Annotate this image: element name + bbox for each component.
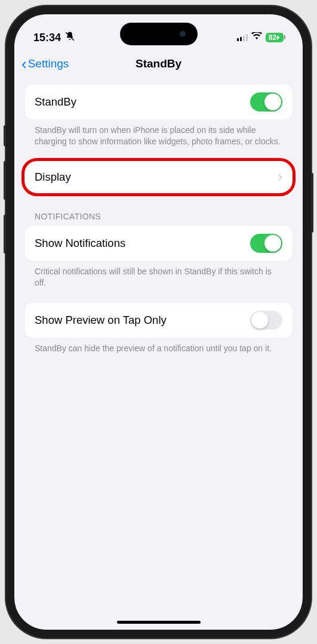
- power-button: [311, 173, 313, 233]
- display-label: Display: [35, 171, 71, 184]
- notifications-header: NOTIFICATIONS: [25, 193, 292, 226]
- standby-toggle-group: StandBy: [25, 85, 292, 119]
- show-notifications-description: Critical notifications will still be sho…: [25, 261, 292, 289]
- show-notifications-row[interactable]: Show Notifications: [25, 226, 292, 261]
- wifi-icon: [251, 32, 262, 43]
- status-time: 15:34: [33, 32, 61, 44]
- preview-on-tap-group: Show Preview on Tap Only: [25, 303, 292, 338]
- preview-on-tap-toggle[interactable]: [250, 311, 282, 330]
- standby-toggle[interactable]: [250, 92, 282, 112]
- page-title: StandBy: [136, 57, 181, 70]
- volume-down-button: [4, 215, 6, 253]
- preview-on-tap-label: Show Preview on Tap Only: [35, 314, 167, 327]
- cellular-signal-icon: [237, 34, 248, 41]
- silent-mode-icon: [64, 31, 75, 45]
- phone-frame: 15:34 82: [6, 6, 311, 638]
- chevron-right-icon: ›: [278, 169, 282, 185]
- preview-on-tap-row[interactable]: Show Preview on Tap Only: [25, 303, 292, 338]
- standby-description: StandBy will turn on when iPhone is plac…: [25, 119, 292, 147]
- home-indicator[interactable]: [117, 621, 201, 624]
- battery-indicator: 82: [266, 33, 284, 42]
- dynamic-island: [120, 23, 198, 45]
- back-label: Settings: [28, 57, 69, 70]
- show-notifications-label: Show Notifications: [35, 237, 125, 250]
- phone-side-buttons-left: [4, 125, 6, 268]
- standby-label: StandBy: [35, 95, 76, 109]
- navigation-header: ‹ Settings StandBy: [14, 49, 303, 76]
- highlight-annotation: Display ›: [25, 162, 292, 193]
- back-button[interactable]: ‹ Settings: [21, 56, 69, 72]
- show-notifications-group: Show Notifications: [25, 226, 292, 261]
- standby-toggle-row[interactable]: StandBy: [25, 85, 292, 119]
- chevron-left-icon: ‹: [21, 56, 27, 72]
- display-row[interactable]: Display ›: [25, 162, 292, 193]
- preview-on-tap-description: StandBy can hide the preview of a notifi…: [25, 338, 292, 354]
- battery-level: 82: [269, 33, 276, 42]
- display-group: Display ›: [25, 162, 292, 193]
- screen: 15:34 82: [14, 14, 303, 630]
- mute-switch: [4, 125, 6, 146]
- show-notifications-toggle[interactable]: [250, 234, 282, 253]
- volume-up-button: [4, 161, 6, 200]
